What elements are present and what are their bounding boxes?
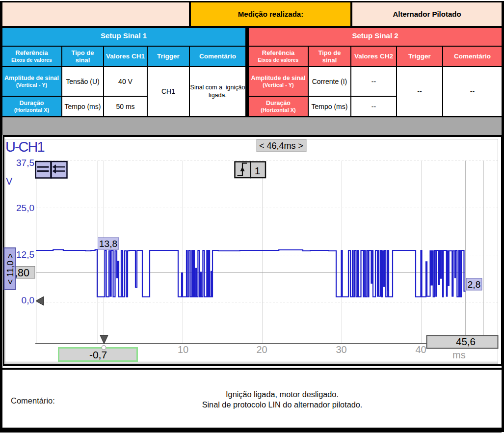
- svg-text:< 11,0 >: < 11,0 >: [5, 253, 15, 284]
- svg-text:10: 10: [178, 344, 188, 355]
- svg-text:< 46,4ms >: < 46,4ms >: [259, 141, 303, 151]
- svg-text:1: 1: [255, 165, 261, 176]
- svg-text:0,0: 0,0: [22, 295, 34, 305]
- svg-text:40: 40: [415, 344, 426, 355]
- svg-text:ms: ms: [452, 350, 466, 360]
- svg-text:37,5: 37,5: [16, 158, 34, 168]
- svg-text:45,6: 45,6: [456, 336, 476, 347]
- svg-text:-0,7: -0,7: [89, 349, 107, 360]
- svg-text:25,0: 25,0: [16, 203, 34, 213]
- svg-text:U-CH1: U-CH1: [5, 139, 44, 155]
- svg-text:V: V: [6, 176, 13, 187]
- svg-text:30: 30: [336, 344, 346, 355]
- svg-text:13,8: 13,8: [99, 239, 117, 249]
- svg-text:20: 20: [256, 344, 267, 355]
- svg-text:,80: ,80: [15, 267, 29, 279]
- svg-text:2,8: 2,8: [468, 279, 480, 290]
- svg-text:12,5: 12,5: [16, 249, 34, 260]
